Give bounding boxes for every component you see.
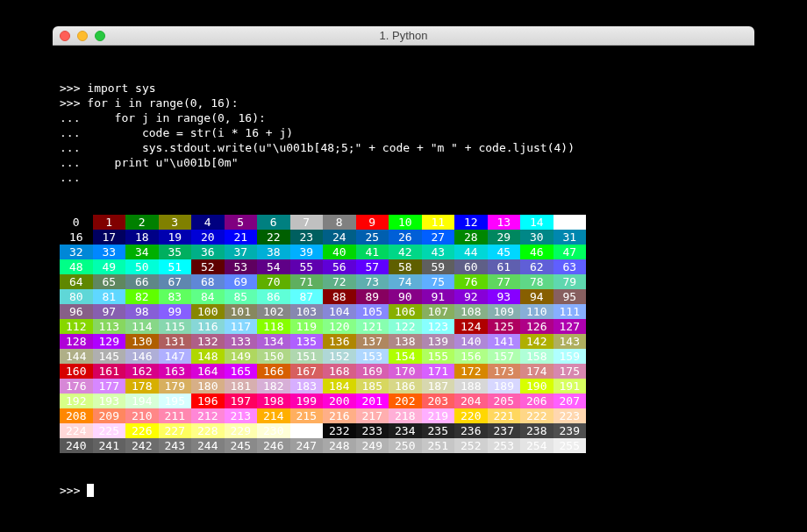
color-cell: 169 — [356, 364, 389, 379]
color-cell: 241 — [93, 438, 126, 453]
color-cell: 137 — [356, 334, 389, 349]
color-row: 9697989910010110210310410510610710810911… — [60, 304, 753, 319]
color-cell: 187 — [422, 379, 455, 394]
color-cell: 211 — [159, 408, 192, 423]
color-cell: 136 — [323, 334, 356, 349]
color-cell: 29 — [488, 230, 521, 245]
color-cell: 246 — [257, 438, 290, 453]
color-cell: 103 — [290, 304, 324, 319]
color-cell: 102 — [257, 304, 290, 319]
color-cell: 237 — [488, 423, 521, 438]
color-cell: 18 — [125, 230, 159, 245]
color-cell: 77 — [488, 274, 521, 289]
color-cell: 19 — [159, 230, 192, 245]
color-cell: 73 — [356, 274, 389, 289]
color-cell: 89 — [356, 289, 389, 304]
color-cell: 203 — [422, 394, 455, 408]
color-cell: 244 — [191, 438, 225, 453]
color-cell: 86 — [257, 289, 290, 304]
cursor-icon — [87, 484, 94, 497]
color-cell: 197 — [225, 394, 258, 408]
color-cell: 83 — [159, 289, 192, 304]
color-cell: 234 — [389, 423, 422, 438]
color-cell: 154 — [389, 349, 422, 364]
color-cell: 130 — [125, 334, 159, 349]
color-cell: 109 — [488, 304, 521, 319]
color-cell: 21 — [225, 230, 258, 245]
terminal-window: 1. Python >>> import sys>>> for i in ran… — [53, 26, 754, 532]
color-cell: 149 — [225, 349, 258, 364]
color-cell: 70 — [257, 274, 290, 289]
color-cell: 190 — [520, 379, 553, 394]
color-cell: 80 — [60, 289, 93, 304]
color-cell: 96 — [60, 304, 93, 319]
titlebar[interactable]: 1. Python — [53, 26, 754, 46]
color-row: 1601611621631641651661671681691701711721… — [60, 364, 753, 379]
color-cell: 14 — [520, 215, 553, 230]
color-cell: 247 — [290, 438, 324, 453]
color-cell: 40 — [323, 245, 356, 259]
color-cell: 74 — [389, 274, 422, 289]
color-cell: 124 — [454, 319, 488, 334]
color-cell: 239 — [553, 423, 587, 438]
color-cell: 30 — [520, 230, 553, 245]
color-cell: 134 — [257, 334, 290, 349]
color-cell: 79 — [553, 274, 587, 289]
color-cell: 222 — [520, 408, 553, 423]
color-cell: 115 — [159, 319, 192, 334]
color-cell: 31 — [553, 230, 587, 245]
color-cell: 6 — [257, 215, 290, 230]
prompt-row[interactable]: >>> — [60, 483, 753, 498]
color-cell: 228 — [191, 423, 225, 438]
color-cell: 232 — [323, 423, 356, 438]
color-cell: 223 — [553, 408, 587, 423]
color-cell: 94 — [520, 289, 553, 304]
color-cell: 174 — [520, 364, 553, 379]
color-cell: 107 — [422, 304, 455, 319]
color-cell: 85 — [225, 289, 258, 304]
color-cell: 71 — [290, 274, 324, 289]
code-line: >>> for i in range(0, 16): — [60, 96, 753, 110]
color-cell: 167 — [290, 364, 324, 379]
color-cell: 238 — [520, 423, 553, 438]
color-cell: 129 — [93, 334, 126, 349]
color-cell: 208 — [60, 408, 93, 423]
color-cell: 117 — [225, 319, 258, 334]
color-cell: 139 — [422, 334, 455, 349]
color-cell: 3 — [159, 215, 192, 230]
color-row: 80818283848586878889909192939495 — [60, 289, 753, 304]
color-cell: 202 — [389, 394, 422, 408]
color-cell: 7 — [290, 215, 324, 230]
terminal-body[interactable]: >>> import sys>>> for i in range(0, 16):… — [53, 46, 754, 532]
color-row: 1761771781791801811821831841851861871881… — [60, 379, 753, 394]
color-row: 32333435363738394041424344454647 — [60, 245, 753, 259]
color-cell: 161 — [93, 364, 126, 379]
color-cell: 69 — [225, 274, 258, 289]
color-cell: 98 — [125, 304, 159, 319]
color-cell: 243 — [159, 438, 192, 453]
color-cell: 67 — [159, 274, 192, 289]
color-cell: 240 — [60, 438, 93, 453]
color-cell: 151 — [290, 349, 324, 364]
color-cell: 177 — [93, 379, 126, 394]
color-cell: 142 — [520, 334, 553, 349]
color-cell: 152 — [323, 349, 356, 364]
color-cell: 8 — [323, 215, 356, 230]
color-cell: 145 — [93, 349, 126, 364]
color-cell: 48 — [60, 259, 93, 274]
color-cell: 37 — [225, 245, 258, 259]
color-cell: 45 — [488, 245, 521, 259]
color-cell: 242 — [125, 438, 159, 453]
color-cell: 72 — [323, 274, 356, 289]
color-cell: 218 — [389, 408, 422, 423]
color-cell: 155 — [422, 349, 455, 364]
color-cell: 76 — [454, 274, 488, 289]
color-cell: 225 — [93, 423, 126, 438]
color-cell: 81 — [93, 289, 126, 304]
color-cell: 164 — [191, 364, 225, 379]
color-cell: 185 — [356, 379, 389, 394]
color-cell: 217 — [356, 408, 389, 423]
color-cell: 191 — [553, 379, 587, 394]
color-cell: 144 — [60, 349, 93, 364]
color-cell: 104 — [323, 304, 356, 319]
